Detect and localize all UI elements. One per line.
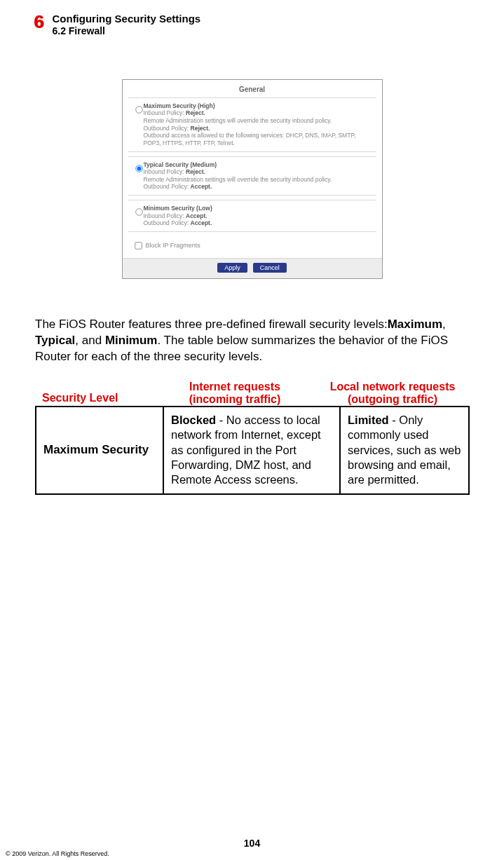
header-titles: Configuring Security Settings 6.2 Firewa… xyxy=(52,13,200,37)
option-line: Outbound Policy: Reject. xyxy=(144,125,374,132)
option-line: Inbound Policy: Reject. xyxy=(144,109,374,117)
button-row: Apply Cancel xyxy=(123,258,382,278)
option-line: Inbound Policy: Accept. xyxy=(144,212,374,220)
block-ip-checkbox[interactable] xyxy=(135,242,142,249)
firewall-general-panel: General Maximum Security (High) Inbound … xyxy=(122,79,383,279)
option-line: Outbound access is allowed to the follow… xyxy=(144,132,374,146)
security-option-maximum[interactable]: Maximum Security (High) Inbound Policy: … xyxy=(128,97,376,152)
block-ip-fragments[interactable]: Block IP Fragments xyxy=(123,236,382,258)
copyright: © 2009 Verizon. All Rights Reserved. xyxy=(6,850,109,857)
radio-minimum[interactable] xyxy=(135,208,142,215)
security-levels-table: Security Level Internet requests (incomi… xyxy=(35,381,470,495)
option-title: Maximum Security (High) xyxy=(144,102,374,110)
chapter-title: Configuring Security Settings xyxy=(52,13,200,25)
cell-outgoing: Limited - Only commonly used services, s… xyxy=(341,407,468,493)
panel-title: General xyxy=(123,84,382,97)
security-option-minimum[interactable]: Minimum Security (Low) Inbound Policy: A… xyxy=(128,200,376,232)
security-option-typical[interactable]: Typical Security (Medium) Inbound Policy… xyxy=(128,156,376,196)
apply-button[interactable]: Apply xyxy=(217,263,247,273)
option-line: Outbound Policy: Accept. xyxy=(144,219,374,227)
table-header-row: Security Level Internet requests (incomi… xyxy=(35,381,470,406)
option-line: Remote Administration settings will over… xyxy=(144,117,374,125)
cell-incoming: Blocked - No access to local network fro… xyxy=(164,407,341,493)
chapter-number: 6 xyxy=(34,13,43,31)
radio-maximum[interactable] xyxy=(135,106,142,113)
cancel-button[interactable]: Cancel xyxy=(253,263,287,273)
body-paragraph: The FiOS Router features three pre-defin… xyxy=(0,279,504,365)
radio-typical[interactable] xyxy=(135,165,142,172)
table-header-incoming: Internet requests (incoming traffic) xyxy=(154,381,315,406)
option-line: Remote Administration settings will over… xyxy=(144,176,374,184)
table-header-security-level: Security Level xyxy=(35,381,154,406)
page-header: 6 Configuring Security Settings 6.2 Fire… xyxy=(0,0,504,37)
option-title: Minimum Security (Low) xyxy=(144,205,374,212)
option-line: Inbound Policy: Reject. xyxy=(144,168,374,176)
section-title: 6.2 Firewall xyxy=(52,25,200,37)
cell-security-level: Maximum Security xyxy=(36,407,164,493)
table-row: Maximum Security Blocked - No access to … xyxy=(35,406,470,495)
option-line: Outbound Policy: Accept. xyxy=(144,183,374,191)
table-header-outgoing: Local network requests (outgoing traffic… xyxy=(315,381,470,406)
block-ip-label: Block IP Fragments xyxy=(146,242,200,249)
page-number: 104 xyxy=(0,838,504,849)
option-title: Typical Security (Medium) xyxy=(144,161,374,169)
